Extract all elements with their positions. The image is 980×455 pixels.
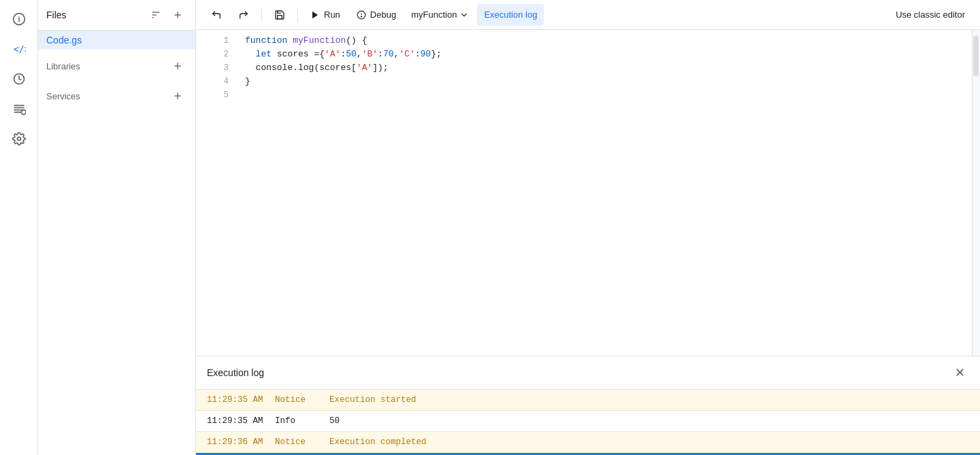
code-editor[interactable]: 1 function myFunction() { 2 let scores =… [196, 30, 980, 356]
line-number-4: 4 [207, 76, 229, 86]
files-title: Files [46, 10, 67, 20]
log-message-1: 50 [329, 416, 969, 426]
main-area: Run Debug myFunction Execution log Use c… [196, 0, 980, 455]
line-number-3: 3 [207, 63, 229, 73]
redo-button[interactable] [231, 4, 256, 26]
code-line-4: 4 } [196, 76, 980, 90]
function-name: myFunction [411, 10, 457, 20]
classic-editor-label: Use classic editor [896, 10, 965, 20]
execution-log-button[interactable]: Execution log [477, 4, 544, 26]
toolbar-divider-2 [297, 8, 298, 22]
log-level-2: Notice [275, 437, 329, 447]
svg-text:i: i [18, 15, 20, 23]
log-row-2: 11:29:36 AM Notice Execution completed [196, 432, 980, 453]
triggers-nav-button[interactable] [5, 65, 33, 92]
line-number-5: 5 [207, 90, 229, 100]
log-time-1: 11:29:35 AM [207, 416, 275, 426]
run-label: Run [324, 10, 340, 20]
execution-log-title: Execution log [207, 367, 264, 378]
svg-text:</>: </> [13, 44, 25, 54]
services-section-header: Services [38, 80, 195, 109]
run-button[interactable]: Run [304, 4, 347, 26]
settings-nav-button[interactable] [5, 125, 33, 152]
debug-button[interactable]: Debug [350, 4, 403, 26]
line-number-1: 1 [207, 35, 229, 46]
execution-log-label: Execution log [484, 10, 537, 20]
file-item-label: Code.gs [46, 35, 82, 46]
line-number-2: 2 [207, 49, 229, 59]
debug-label: Debug [370, 10, 396, 20]
add-file-button[interactable] [168, 5, 187, 24]
svg-point-21 [361, 16, 361, 16]
add-library-button[interactable] [168, 56, 187, 75]
svg-marker-19 [312, 11, 318, 18]
svg-point-9 [17, 137, 20, 141]
sort-files-button[interactable] [146, 5, 165, 24]
info-nav-button[interactable]: i [5, 5, 33, 33]
undo-button[interactable] [204, 4, 229, 26]
log-message-0: Execution started [329, 395, 969, 405]
classic-editor-button[interactable]: Use classic editor [889, 4, 972, 26]
log-message-2: Execution completed [329, 437, 969, 447]
line-content-3: console.log(scores['A']); [245, 63, 389, 73]
line-content-2: let scores ={'A':50,'B':70,'C':90}; [245, 49, 442, 59]
libraries-section-header: Libraries [38, 50, 195, 80]
libraries-label: Libraries [46, 61, 80, 71]
log-row-0: 11:29:35 AM Notice Execution started [196, 390, 980, 411]
function-selector[interactable]: myFunction [406, 7, 474, 22]
svg-point-8 [21, 110, 26, 115]
log-time-2: 11:29:36 AM [207, 437, 275, 447]
editor-scrollbar[interactable] [972, 30, 980, 356]
file-panel-header: Files [38, 0, 195, 31]
code-line-2: 2 let scores ={'A':50,'B':70,'C':90}; [196, 49, 980, 63]
file-panel: Files Code.gs Libraries Services [38, 0, 196, 455]
log-level-0: Notice [275, 395, 329, 405]
line-content-1: function myFunction() { [245, 35, 367, 46]
services-label: Services [46, 91, 80, 101]
executions-nav-button[interactable] [5, 95, 33, 122]
icon-rail: i </> [0, 0, 38, 455]
execution-log-panel: Execution log ✕ 11:29:35 AM Notice Execu… [196, 356, 980, 455]
add-service-button[interactable] [168, 86, 187, 105]
execution-log-close-button[interactable]: ✕ [950, 363, 969, 382]
execution-log-header: Execution log ✕ [196, 356, 980, 390]
chevron-down-icon [459, 10, 469, 20]
log-time-0: 11:29:35 AM [207, 395, 275, 405]
scrollbar-thumb [973, 35, 979, 76]
code-line-5: 5 [196, 90, 980, 103]
editor-nav-button[interactable]: </> [5, 35, 33, 63]
log-level-1: Info [275, 416, 329, 426]
line-content-4: } [245, 76, 250, 86]
file-panel-header-actions [146, 5, 187, 24]
log-row-1: 11:29:35 AM Info 50 [196, 411, 980, 432]
code-line-1: 1 function myFunction() { [196, 35, 980, 49]
toolbar: Run Debug myFunction Execution log Use c… [196, 0, 980, 30]
save-button[interactable] [267, 4, 292, 26]
file-item-code-gs[interactable]: Code.gs [38, 31, 195, 50]
toolbar-divider-1 [261, 8, 262, 22]
code-line-3: 3 console.log(scores['A']); [196, 63, 980, 76]
